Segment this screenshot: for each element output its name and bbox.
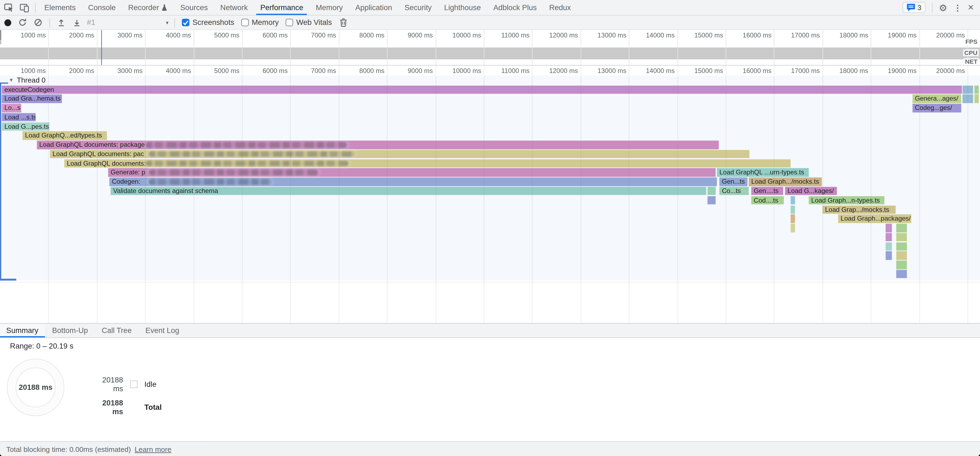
tab-redux[interactable]: Redux (543, 0, 577, 15)
tab-console[interactable]: Console (82, 0, 122, 15)
thread-track-header[interactable]: ▼ Thread 0 (9, 76, 46, 84)
tab-memory[interactable]: Memory (310, 0, 349, 15)
flame-bar[interactable] (974, 95, 978, 103)
learn-more-link[interactable]: Learn more (135, 445, 171, 453)
tab-lighthouse[interactable]: Lighthouse (438, 0, 487, 15)
device-toolbar-icon[interactable] (19, 2, 30, 13)
flame-bar[interactable] (886, 224, 892, 232)
delete-recording-icon[interactable] (339, 18, 348, 27)
flame-bar[interactable]: Load GraphQL documents: package (37, 141, 719, 149)
issues-counter[interactable]: 3 (903, 2, 926, 13)
tab-elements[interactable]: Elements (38, 0, 82, 15)
tab-recorder[interactable]: Recorder (122, 0, 174, 15)
issues-bubble-icon (907, 4, 915, 11)
ruler-tick-label: 14000 ms (625, 31, 675, 38)
ruler-tick-label: 13000 ms (576, 67, 627, 75)
ruler-tick-label: 19000 ms (867, 31, 916, 38)
collapse-triangle-icon[interactable]: ▼ (9, 77, 14, 83)
ruler-tick-label: 9000 ms (383, 31, 433, 38)
details-tab-summary[interactable]: Summary (0, 324, 45, 337)
summary-donut-chart: 20188 ms (7, 359, 64, 416)
ruler-tick-label: 12000 ms (528, 67, 578, 75)
flame-bar[interactable] (708, 187, 716, 195)
checkbox-label: Memory (251, 18, 278, 27)
tab-label: Memory (316, 3, 343, 12)
save-profile-icon[interactable] (72, 18, 81, 27)
flame-bar[interactable]: Load G...kages/ (785, 187, 837, 195)
flame-bar[interactable]: Load ...s.ts (2, 113, 36, 121)
tab-security[interactable]: Security (398, 0, 438, 15)
flame-bar[interactable] (896, 224, 907, 232)
flame-bar[interactable]: Lo...s (2, 103, 21, 112)
flame-bar[interactable]: Load GraphQ...ed/types.ts (22, 132, 107, 140)
legend-value: 20188 ms (91, 399, 123, 416)
tab-application[interactable]: Application (349, 0, 398, 15)
details-tab-call-tree[interactable]: Call Tree (95, 324, 138, 337)
ruler-tick-label: 14000 ms (625, 67, 675, 75)
flame-bar[interactable]: executeCodegen (2, 85, 962, 94)
details-tab-event-log[interactable]: Event Log (138, 324, 186, 337)
flame-bar[interactable] (896, 261, 907, 269)
flame-bar[interactable]: Load Graph...packages/ (838, 214, 912, 223)
flame-bar[interactable]: Load Grap.../mocks.ts (822, 205, 896, 214)
details-tab-bottom-up[interactable]: Bottom-Up (45, 324, 95, 337)
overview-left-handle-lower[interactable] (0, 40, 2, 44)
gridline (484, 66, 484, 323)
checkbox-web-vitals[interactable]: Web Vitals (286, 18, 332, 27)
ruler-tick-label: 2000 ms (44, 31, 94, 38)
flame-bar[interactable]: Load Graph.../mocks.ts (749, 178, 822, 186)
load-profile-icon[interactable] (57, 18, 65, 27)
flame-bar[interactable] (896, 270, 907, 278)
track-bracket (0, 82, 2, 281)
flame-bar[interactable] (896, 251, 907, 260)
flame-bar[interactable] (886, 242, 892, 251)
overview-left-handle[interactable] (0, 30, 2, 40)
flame-bar[interactable] (791, 205, 795, 214)
tab-performance[interactable]: Performance (254, 0, 310, 15)
flame-bar[interactable] (791, 196, 795, 205)
flame-bar[interactable] (708, 196, 716, 205)
flame-bar[interactable]: Co...ts (719, 187, 749, 195)
flame-bar[interactable]: Load G...pes.ts (2, 122, 49, 131)
flame-bar[interactable] (896, 233, 907, 242)
settings-gear-icon[interactable]: ⚙ (939, 3, 947, 12)
more-options-icon[interactable]: ⋮ (953, 3, 962, 12)
flame-bar[interactable]: Load GraphQL ...urn-types.ts (717, 168, 809, 177)
tab-adblock-plus[interactable]: Adblock Plus (487, 0, 543, 15)
record-button[interactable] (5, 19, 11, 26)
checkbox-box[interactable] (182, 19, 189, 26)
tab-sources[interactable]: Sources (174, 0, 214, 15)
flame-bar[interactable]: Load Graph...n-types.ts (809, 196, 885, 205)
history-select[interactable]: #1 ▼ (87, 18, 170, 27)
inspect-element-icon[interactable] (4, 2, 14, 13)
flame-bar[interactable] (974, 85, 978, 94)
flame-bar[interactable] (886, 233, 892, 242)
flame-bar[interactable] (896, 242, 907, 251)
tab-network[interactable]: Network (214, 0, 254, 15)
flame-bar[interactable]: Gen....ts (751, 187, 783, 195)
tab-label: Performance (260, 3, 303, 12)
ruler-tick-label: 5000 ms (189, 31, 240, 38)
flame-bar[interactable] (886, 251, 892, 260)
legend-row: 20188 msIdle (91, 376, 162, 393)
clear-recording-icon[interactable] (33, 18, 42, 27)
checkbox-box[interactable] (286, 19, 293, 26)
flame-bar[interactable] (791, 214, 795, 223)
flame-chart[interactable]: 1000 ms2000 ms3000 ms4000 ms5000 ms6000 … (0, 66, 980, 323)
flame-bar[interactable]: Cod....ts (751, 196, 784, 205)
flame-bar[interactable]: Load Gra...hema.ts (2, 95, 62, 103)
close-devtools-icon[interactable]: × (968, 2, 974, 13)
ruler-tick-label: 11000 ms (480, 31, 530, 38)
summary-pane: Range: 0 – 20.19 s 20188 ms 20188 msIdle… (0, 338, 980, 441)
reload-and-record-icon[interactable] (18, 18, 27, 27)
flame-bar[interactable] (791, 224, 795, 232)
flame-bar[interactable]: Gen...ts (719, 178, 748, 186)
checkbox-screenshots[interactable]: Screenshots (182, 18, 234, 27)
tab-label: Recorder (128, 3, 159, 12)
checkbox-box[interactable] (241, 19, 248, 26)
timeline-overview[interactable]: 1000 ms2000 ms3000 ms4000 ms5000 ms6000 … (0, 30, 980, 66)
flame-bar[interactable]: Validate documents against schema (111, 187, 706, 195)
ruler-tick-label: 15000 ms (673, 31, 723, 38)
checkbox-memory[interactable]: Memory (241, 18, 279, 27)
total-blocking-time-text: Total blocking time: 0.00ms (estimated) (6, 445, 131, 453)
